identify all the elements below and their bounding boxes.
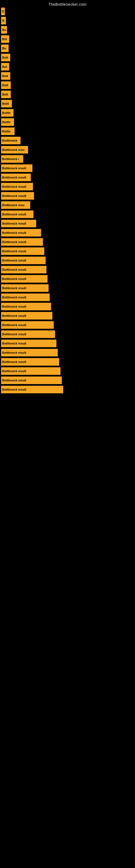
bar-label: Bottleneck result (2, 277, 26, 280)
bar-row: Bottleneck result (1, 192, 135, 199)
bar-fill: Bottleneck result (1, 330, 55, 338)
bar-fill: Bottle (1, 118, 14, 126)
bar-label: Bott (2, 74, 8, 78)
bar-fill: Bottleneck result (1, 174, 31, 181)
bar-label: Bottleneck result (2, 268, 26, 271)
bar-fill: Bott (1, 72, 10, 80)
bar-label: Bot (2, 37, 7, 41)
bar-fill: Bottleneck resu (1, 201, 30, 209)
bar-fill: Bottleneck result (1, 211, 34, 218)
bar-row: Bottleneck result (1, 238, 135, 246)
bar-fill: Bottleneck result (1, 312, 52, 319)
bar-label: Bottle (2, 111, 10, 115)
bar-label: Bottleneck result (2, 379, 26, 382)
bar-fill: Bottle (1, 127, 14, 135)
bar-label: B (2, 10, 4, 13)
bar-label: Bott (2, 84, 8, 87)
bar-fill: Bottleneck result (1, 349, 58, 356)
bar-fill: Bott (1, 91, 11, 98)
bar-label: Bottle (2, 130, 10, 133)
bar-fill: Bottleneck result (1, 247, 44, 255)
bar-fill: Bottleneck resu (1, 146, 28, 154)
bar-fill: B (1, 8, 5, 15)
bar-fill: Bott (1, 54, 10, 61)
bar-row: Bo (1, 44, 135, 52)
bar-row: Bot (1, 63, 135, 70)
bar-fill: Bottleneck result (1, 220, 36, 227)
bar-label: Bottle (2, 120, 10, 124)
bar-fill: Bo (1, 44, 9, 52)
bar-label: Bottleneck result (2, 296, 26, 299)
bar-label: Bo (2, 46, 6, 50)
bar-row: Bottleneck result (1, 183, 135, 190)
bar-fill: Bottleneck result (1, 192, 34, 199)
bar-row: Bottleneck result (1, 164, 135, 172)
bar-label: Bottleneck result (2, 231, 26, 235)
bar-fill: Bott (1, 82, 11, 89)
bar-label: Bottleneck result (2, 222, 26, 225)
bar-fill: Bottl (1, 100, 12, 107)
bar-fill: Bottleneck result (1, 367, 60, 375)
bar-row: Bo (1, 26, 135, 34)
bar-fill: Bottleneck result (1, 358, 59, 366)
bar-row: Bottleneck result (1, 229, 135, 237)
bar-label: B (2, 19, 4, 22)
bar-row: Bottleneck result (1, 340, 135, 347)
bar-fill: Bottle (1, 109, 13, 117)
bar-fill: Bottleneck result (1, 257, 46, 264)
bar-row: Bottleneck (1, 137, 135, 144)
bar-fill: Bot (1, 63, 9, 70)
bar-row: Bottleneck result (1, 349, 135, 356)
bar-fill: Bottleneck result (1, 275, 48, 283)
bar-row: Bottle (1, 127, 135, 135)
bar-fill: Bottleneck result (1, 284, 49, 292)
bar-label: Bottleneck result (2, 305, 26, 308)
bar-fill: Bottleneck result (1, 340, 56, 347)
bar-label: Bottleneck result (2, 176, 26, 179)
bar-label: Bottleneck resu (2, 204, 25, 207)
bar-row: Bottleneck result (1, 174, 135, 181)
bar-label: Bottleneck result (2, 185, 26, 188)
bar-row: B (1, 8, 135, 15)
bar-fill: Bottleneck result (1, 183, 33, 190)
bar-row: Bot (1, 35, 135, 43)
bar-label: Bottl (2, 102, 9, 105)
bar-row: Bottleneck result (1, 275, 135, 283)
bar-label: Bott (2, 56, 8, 59)
bar-row: Bottleneck result (1, 303, 135, 310)
bar-label: Bottleneck result (2, 369, 26, 373)
bar-label: Bottleneck result (2, 333, 26, 336)
bar-row: Bottleneck result (1, 312, 135, 319)
bar-label: Bottleneck result (2, 351, 26, 354)
bar-row: Bottleneck result (1, 266, 135, 273)
bar-fill: Bot (1, 35, 9, 43)
bar-label: Bottleneck result (2, 259, 26, 262)
bar-label: Bo (2, 28, 6, 31)
bar-row: Bottleneck result (1, 367, 135, 375)
bar-fill: Bottleneck (1, 137, 20, 144)
bar-fill: Bottleneck result (1, 376, 62, 384)
bar-fill: Bottleneck result (1, 238, 43, 246)
bar-row: Bottleneck result (1, 376, 135, 384)
bar-fill: Bottleneck result (1, 386, 63, 393)
bar-row: Bottl (1, 100, 135, 107)
bar-row: Bottleneck result (1, 247, 135, 255)
bar-row: Bottleneck result (1, 211, 135, 218)
bar-label: Bottleneck result (2, 240, 26, 244)
bar-row: Bottleneck result (1, 330, 135, 338)
bar-label: Bottleneck (2, 139, 17, 142)
bar-label: Bottleneck r (2, 157, 19, 161)
bar-row: Bott (1, 91, 135, 98)
bar-fill: Bottleneck result (1, 164, 32, 172)
bar-label: Bot (2, 65, 7, 68)
bar-label: Bottleneck result (2, 194, 26, 197)
bar-fill: Bottleneck result (1, 321, 54, 329)
bar-row: Bottleneck result (1, 257, 135, 264)
bar-row: Bottleneck result (1, 284, 135, 292)
bar-row: Bottleneck r (1, 155, 135, 163)
bar-label: Bottleneck result (2, 166, 26, 170)
bar-row: Bott (1, 82, 135, 89)
bar-label: Bottleneck result (2, 286, 26, 290)
bar-label: Bottleneck resu (2, 148, 25, 151)
bar-row: Bottleneck resu (1, 146, 135, 154)
